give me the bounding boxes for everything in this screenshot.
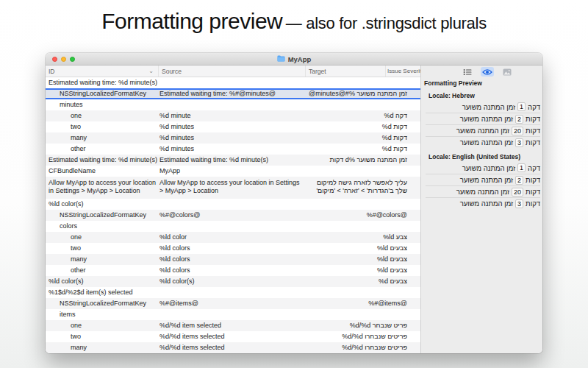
- target-cell: [305, 221, 413, 232]
- id-cell: many: [46, 342, 158, 353]
- column-header-id[interactable]: ID ⌄: [46, 66, 158, 77]
- id-cell: many: [46, 254, 158, 265]
- table-body: Estimated waiting time: %d minute(s)NSSt…: [46, 77, 420, 353]
- window-title-area: MyApp: [46, 53, 542, 65]
- target-cell: [305, 309, 413, 320]
- id-cell: one: [46, 110, 158, 121]
- severity-cell: [413, 342, 420, 353]
- target-cell: עליך לאפשר לזארה גישה למיקום שלך ב'הגדרו…: [305, 177, 413, 199]
- window-content: ID ⌄ Source Target Issue Severity Estima…: [46, 66, 542, 353]
- table-row[interactable]: other%d minutes%d דקות: [46, 144, 420, 155]
- column-header-target[interactable]: Target: [305, 66, 385, 77]
- id-cell: other: [46, 265, 158, 276]
- table-row[interactable]: %ld color(s): [46, 199, 420, 210]
- preview-number-chip: 2: [515, 176, 523, 185]
- table-row[interactable]: other%ld colors%ld צבעים: [46, 265, 420, 276]
- traffic-lights: [52, 57, 75, 62]
- preview-text-prefix: זמן המתנה משוער: [456, 188, 509, 196]
- target-cell: %ld צבעים: [305, 254, 413, 265]
- preview-line-list: זמן המתנה משוער1דקהזמן המתנה משוער2דקותז…: [421, 101, 542, 148]
- id-cell: two: [46, 331, 158, 342]
- table-row[interactable]: many%d minutes%d דקות: [46, 132, 420, 144]
- table-row[interactable]: many%d/%d items selected%d/%d פריטים שנב…: [46, 342, 420, 353]
- source-cell: %d minutes: [158, 121, 305, 132]
- target-cell: %ld צבע: [305, 232, 413, 243]
- preview-number-chip: 1: [517, 163, 526, 172]
- table-row[interactable]: one%ld color%ld צבע: [46, 232, 420, 243]
- table-row[interactable]: NSStringLocalizedFormatKey%#@colors@%#@c…: [46, 210, 420, 221]
- source-cell: [158, 77, 305, 88]
- titlebar: MyApp: [46, 53, 542, 66]
- preview-number-chip: 3: [515, 138, 523, 147]
- target-cell: %d צבעים: [305, 276, 413, 287]
- id-cell: Allow MyApp to access your location in S…: [46, 177, 158, 199]
- preview-text-prefix: זמן המתנה משוער: [460, 176, 513, 184]
- severity-cell: [413, 166, 420, 177]
- id-cell: items: [46, 309, 158, 320]
- preview-text-suffix: דקות: [526, 115, 540, 123]
- column-header-issue-severity[interactable]: Issue Severity: [385, 66, 420, 77]
- preview-line: זמן המתנה משוער1דקה: [426, 162, 540, 174]
- table-row[interactable]: NSStringLocalizedFormatKey%#@items@%#@it…: [46, 298, 420, 309]
- preview-line: זמן המתנה משוער1דקה: [426, 101, 540, 113]
- zoom-button[interactable]: [70, 57, 75, 62]
- window-title: MyApp: [288, 55, 312, 63]
- table-row[interactable]: %ld color(s)%ld color(s)%d צבעים: [46, 276, 420, 287]
- column-header-source[interactable]: Source: [158, 66, 305, 77]
- preview-text-suffix: דקות: [526, 127, 540, 135]
- table-row[interactable]: NSStringLocalizedFormatKeyEstimated wait…: [46, 88, 420, 99]
- annotation-list-icon[interactable]: [461, 67, 474, 77]
- locale-label: Locale: English (United States): [421, 148, 542, 162]
- table-row[interactable]: Allow MyApp to access your location in S…: [46, 177, 420, 199]
- id-cell: NSStringLocalizedFormatKey: [46, 298, 158, 309]
- target-cell: %d דקות: [305, 132, 413, 144]
- source-cell: %ld color: [158, 232, 305, 243]
- preview-text-suffix: דקות: [526, 188, 540, 196]
- table-header-row: ID ⌄ Source Target Issue Severity: [46, 66, 420, 77]
- preview-number-chip: 20: [512, 188, 523, 197]
- source-cell: [158, 287, 305, 298]
- screenshot-icon[interactable]: [501, 67, 514, 77]
- table-row[interactable]: two%ld colors%ld צבעים: [46, 243, 420, 254]
- severity-cell: [413, 287, 420, 298]
- source-cell: %d/%d items selected: [158, 342, 305, 353]
- id-cell: Estimated waiting time: %d minute(s): [46, 77, 158, 88]
- table-row[interactable]: many%ld colors%ld צבעים: [46, 254, 420, 265]
- id-cell: CFBundleName: [46, 166, 158, 177]
- locale-label: Locale: Hebrew: [421, 87, 542, 101]
- page-title: Formatting preview — also for .stringsdi…: [0, 9, 588, 34]
- id-cell: two: [46, 243, 158, 254]
- severity-cell: [413, 210, 420, 221]
- table-row[interactable]: Estimated waiting time: %d minute(s)Esti…: [46, 155, 420, 166]
- table-row[interactable]: two%d/%d items selected%d/%d פריטים שנבח…: [46, 331, 420, 342]
- preview-eye-icon[interactable]: [481, 67, 494, 77]
- table-row[interactable]: %1$d/%2$d item(s) selected: [46, 287, 420, 298]
- table-row[interactable]: one%d minute%d דקה: [46, 110, 420, 121]
- page-title-main: Formatting preview: [101, 9, 282, 33]
- table-row[interactable]: CFBundleNameMyApp: [46, 166, 420, 177]
- severity-cell: [413, 254, 420, 265]
- table-row[interactable]: minutes: [46, 99, 420, 110]
- table-row[interactable]: one%d/%d item selected%d/%d פריט שנבחר: [46, 320, 420, 331]
- preview-line: זמן המתנה משוער2דקות: [426, 113, 540, 124]
- target-cell: %d/%d פריט שנבחר: [305, 320, 413, 331]
- preview-line-list: זמן המתנה משוער1דקהזמן המתנה משוער2דקותז…: [421, 162, 542, 209]
- severity-cell: [413, 199, 420, 210]
- preview-number-chip: 1: [517, 102, 526, 111]
- close-button[interactable]: [52, 57, 57, 62]
- target-cell: %ld צבעים: [305, 265, 413, 276]
- table-row[interactable]: Estimated waiting time: %d minute(s): [46, 77, 420, 88]
- page-title-sub: — also for .stringsdict plurals: [286, 14, 487, 32]
- severity-cell: [413, 144, 420, 155]
- source-cell: [158, 99, 305, 110]
- target-cell: [305, 287, 413, 298]
- preview-text-prefix: זמן המתנה משוער: [460, 199, 513, 208]
- severity-cell: [413, 265, 420, 276]
- id-cell: NSStringLocalizedFormatKey: [46, 210, 158, 221]
- table-row[interactable]: colors: [46, 221, 420, 232]
- preview-line: זמן המתנה משוער3דקות: [426, 136, 540, 148]
- minimize-button[interactable]: [61, 57, 66, 62]
- table-row[interactable]: items: [46, 309, 420, 320]
- id-cell: NSStringLocalizedFormatKey: [46, 88, 158, 99]
- table-row[interactable]: two%d minutes%d דקות: [46, 121, 420, 132]
